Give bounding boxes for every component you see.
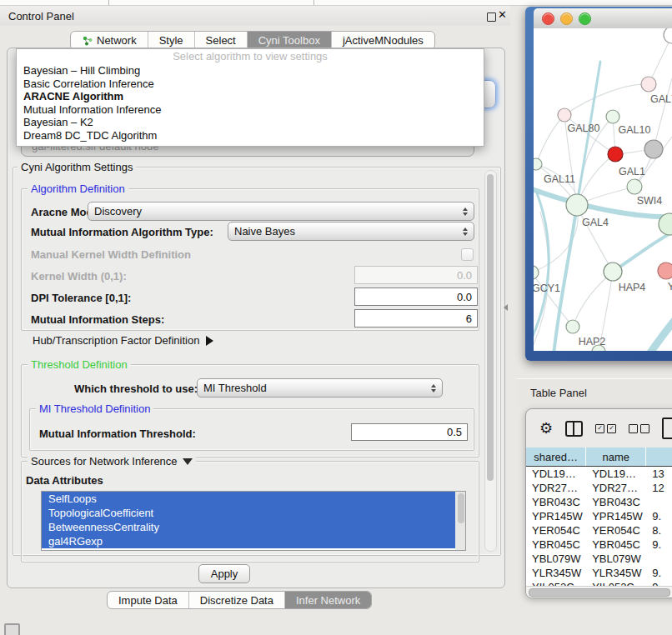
- network-edge[interactable]: [536, 115, 564, 164]
- aracne-mode-combo[interactable]: Discovery: [88, 202, 474, 221]
- sources-group-label[interactable]: Sources for Network Inference: [28, 455, 196, 468]
- manual-kernel-checkbox[interactable]: [461, 248, 474, 261]
- table-cell: YBR045C: [586, 538, 646, 552]
- kernel-width-field[interactable]: 0.0: [354, 266, 478, 284]
- network-view-window[interactable]: GAL7GAL80GAL10GAL1GAL11GAL4SWI4GCY1HAP4Y…: [525, 7, 672, 361]
- algorithm-option-dream8-dc-tdc-algorithm[interactable]: Dream8 DC_TDC Algorithm: [17, 129, 484, 142]
- column-header-shared[interactable]: shared…: [526, 448, 586, 466]
- node-selected[interactable]: [608, 147, 623, 162]
- hub-section-toggle[interactable]: Hub/Transcription Factor Definition: [33, 334, 213, 347]
- algorithm-option-mutual-information-inference[interactable]: Mutual Information Inference: [17, 103, 484, 117]
- network-edge[interactable]: [573, 272, 613, 327]
- manual-kernel-label: Manual Kernel Width Definition: [31, 248, 191, 261]
- close-traffic-light[interactable]: [542, 12, 554, 25]
- mi-type-combo[interactable]: Naive Bayes: [228, 222, 474, 241]
- node-gal80[interactable]: [558, 108, 571, 122]
- tab-impute-data[interactable]: Impute Data: [108, 592, 188, 608]
- document-icon[interactable]: [662, 418, 672, 439]
- node-topright[interactable]: [664, 28, 672, 43]
- table-cell: YDL19…: [586, 467, 646, 481]
- table-cell: YBR043C: [586, 495, 646, 509]
- tab-discretize-data[interactable]: Discretize Data: [188, 592, 284, 608]
- algorithm-definition-label: Algorithm Definition: [28, 182, 128, 195]
- table-row[interactable]: YDR27…YDR27…12: [526, 481, 672, 495]
- table-row[interactable]: YPR145WYPR145W9.: [526, 509, 672, 523]
- table-cell: 12: [646, 481, 672, 495]
- table-cell: [646, 552, 672, 566]
- attribute-item-selfloops[interactable]: SelfLoops: [42, 492, 465, 506]
- network-graph[interactable]: GAL7GAL80GAL10GAL1GAL11GAL4SWI4GCY1HAP4Y…: [534, 28, 672, 351]
- mi-type-value: Naive Bayes: [234, 225, 458, 238]
- node-salmon[interactable]: [658, 262, 672, 279]
- apply-button[interactable]: Apply: [198, 564, 250, 583]
- node-gray[interactable]: [644, 140, 663, 158]
- data-attributes-list[interactable]: SelfLoopsTopologicalCoefficientBetweenne…: [41, 491, 466, 551]
- node-gal1[interactable]: [627, 179, 642, 194]
- node-salmon-label: Y: [668, 281, 672, 292]
- node-gal11[interactable]: [534, 158, 542, 170]
- dpi-tolerance-field[interactable]: 0.0: [354, 288, 478, 306]
- table-cell: YER054C: [526, 523, 586, 538]
- deselect-all-icon[interactable]: [629, 424, 649, 433]
- gear-icon[interactable]: ⚙: [539, 421, 553, 436]
- settings-scrollbar-track[interactable]: [484, 170, 497, 552]
- dock-panel-icon[interactable]: [4, 623, 20, 635]
- attributes-scrollbar-track[interactable]: [455, 492, 465, 550]
- tab-style[interactable]: Style: [148, 32, 194, 49]
- mi-threshold-group-label: MI Threshold Definition: [36, 402, 153, 415]
- tab-cyni-toolbox[interactable]: Cyni Toolbox: [247, 32, 331, 49]
- float-panel-icon[interactable]: [487, 12, 496, 22]
- algorithm-option-bayesian-k2[interactable]: Bayesian – K2: [17, 116, 484, 129]
- table-cell: 13: [646, 467, 672, 481]
- network-edge[interactable]: [654, 78, 672, 149]
- tab-jactivemnodules[interactable]: jActiveMNodules: [331, 32, 434, 49]
- columns-icon[interactable]: [565, 421, 583, 437]
- node-hap4[interactable]: [604, 262, 622, 281]
- tab-network[interactable]: Network: [71, 32, 148, 49]
- node-gcy1[interactable]: [534, 266, 539, 279]
- attribute-item-betweennesscentrality[interactable]: BetweennessCentrality: [42, 520, 465, 534]
- algorithm-option-bayesian-hill-climbing[interactable]: Bayesian – Hill Climbing: [17, 64, 484, 78]
- table-cell: YBL079W: [526, 552, 586, 566]
- node-hap2[interactable]: [566, 320, 579, 333]
- network-window-titlebar[interactable]: [534, 8, 672, 29]
- mi-threshold-value: 0.5: [447, 426, 462, 438]
- table-row[interactable]: YDL19…YDL19…13: [526, 467, 672, 481]
- table-hscrollbar-thumb[interactable]: [529, 588, 670, 597]
- zoom-traffic-light[interactable]: [579, 12, 591, 25]
- algorithm-option-basic-correlation-inference[interactable]: Basic Correlation Inference: [17, 78, 484, 91]
- algorithm-option-aracne-algorithm[interactable]: ARACNE Algorithm: [17, 90, 484, 103]
- expand-right-icon[interactable]: [206, 336, 213, 346]
- table-row[interactable]: YBR043CYBR043C: [526, 495, 672, 509]
- node-gal4[interactable]: [566, 194, 588, 216]
- table-row[interactable]: YER054CYER054C8.: [526, 523, 672, 538]
- table-hscrollbar-track[interactable]: [526, 586, 672, 598]
- collapse-down-icon[interactable]: [183, 458, 193, 465]
- node-gal7[interactable]: [641, 77, 656, 92]
- column-header-name[interactable]: name: [586, 448, 646, 466]
- attribute-item-gal4rgexp[interactable]: gal4RGexp: [42, 534, 465, 548]
- close-panel-icon[interactable]: ✕: [498, 8, 507, 21]
- mi-steps-field[interactable]: 6: [354, 309, 478, 328]
- tab-infer-network[interactable]: Infer Network: [284, 592, 371, 608]
- network-edge-highlighted[interactable]: [649, 313, 672, 351]
- tab-select[interactable]: Select: [194, 32, 247, 49]
- network-edge[interactable]: [564, 84, 649, 115]
- minimize-traffic-light[interactable]: [560, 12, 573, 25]
- select-all-icon[interactable]: ✓✓: [595, 424, 616, 433]
- table-row[interactable]: YBR045CYBR045C9.: [526, 538, 672, 552]
- settings-scrollbar-thumb[interactable]: [487, 174, 494, 481]
- splitter-collapse-icon[interactable]: [504, 304, 508, 311]
- network-canvas[interactable]: GAL7GAL80GAL10GAL1GAL11GAL4SWI4GCY1HAP4Y…: [534, 28, 672, 351]
- attribute-item-topologicalcoefficient[interactable]: TopologicalCoefficient: [42, 506, 465, 520]
- table-row[interactable]: YBL079WYBL079W: [526, 552, 672, 566]
- cyni-toolbox-panel: gal-filtered.sif default node Select alg…: [7, 48, 505, 588]
- node-gal10[interactable]: [606, 110, 619, 123]
- column-header-extra[interactable]: [646, 448, 672, 466]
- mi-threshold-field[interactable]: 0.5: [351, 423, 468, 441]
- toolbar-divider: [313, 0, 314, 5]
- attributes-scrollbar-thumb[interactable]: [458, 493, 464, 523]
- table-row[interactable]: YLR345WYLR345W9.: [526, 566, 672, 580]
- table-header-row: shared…name: [526, 448, 672, 467]
- which-threshold-combo[interactable]: MI Threshold: [197, 378, 443, 398]
